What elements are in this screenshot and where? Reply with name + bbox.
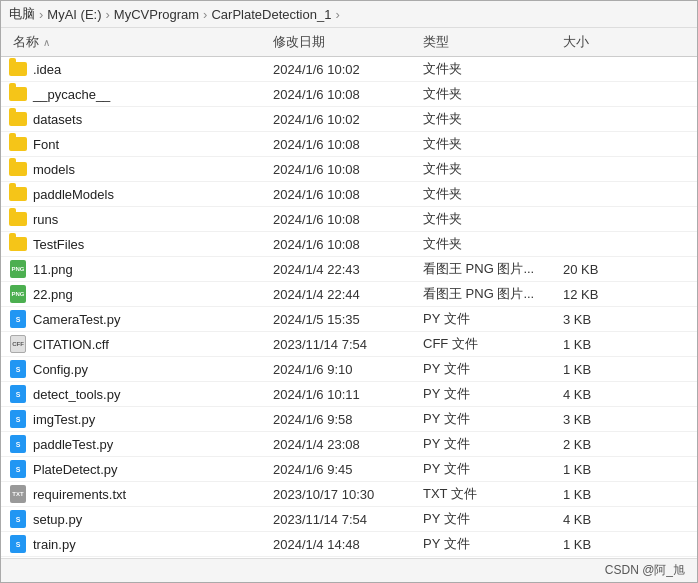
file-name: paddleTest.py <box>33 437 113 452</box>
file-icon-wrapper: S <box>9 510 27 528</box>
file-size <box>559 167 639 171</box>
file-modified: 2024/1/6 10:02 <box>269 60 419 79</box>
file-name: CameraTest.py <box>33 312 120 327</box>
table-row[interactable]: S CameraTest.py 2024/1/5 15:35 PY 文件 3 K… <box>1 307 697 332</box>
file-type: 文件夹 <box>419 233 559 255</box>
file-icon-wrapper <box>9 235 27 253</box>
folder-icon <box>9 187 27 201</box>
folder-icon <box>9 87 27 101</box>
file-modified: 2023/11/14 7:54 <box>269 335 419 354</box>
file-size: 2 KB <box>559 435 639 454</box>
breadcrumb-sep-2: › <box>106 7 110 22</box>
file-modified: 2024/1/6 10:08 <box>269 85 419 104</box>
folder-icon <box>9 212 27 226</box>
file-icon-wrapper: S <box>9 310 27 328</box>
table-row[interactable]: PNG 11.png 2024/1/4 22:43 看图王 PNG 图片... … <box>1 257 697 282</box>
file-icon-wrapper: TXT <box>9 485 27 503</box>
table-row[interactable]: paddleModels 2024/1/6 10:08 文件夹 <box>1 182 697 207</box>
col-type[interactable]: 类型 <box>419 31 559 53</box>
col-size[interactable]: 大小 <box>559 31 639 53</box>
file-size: 1 KB <box>559 335 639 354</box>
table-row[interactable]: S Config.py 2024/1/6 9:10 PY 文件 1 KB <box>1 357 697 382</box>
file-modified: 2024/1/4 22:44 <box>269 285 419 304</box>
folder-icon <box>9 137 27 151</box>
table-row[interactable]: S PlateDetect.py 2024/1/6 9:45 PY 文件 1 K… <box>1 457 697 482</box>
file-list[interactable]: .idea 2024/1/6 10:02 文件夹 __pycache__ 202… <box>1 57 697 558</box>
breadcrumb-mycvprogram[interactable]: MyCVProgram <box>114 7 199 22</box>
file-name: Font <box>33 137 59 152</box>
table-row[interactable]: CFF CITATION.cff 2023/11/14 7:54 CFF 文件 … <box>1 332 697 357</box>
py-icon: S <box>10 385 26 403</box>
table-row[interactable]: Font 2024/1/6 10:08 文件夹 <box>1 132 697 157</box>
table-row[interactable]: S paddleTest.py 2024/1/4 23:08 PY 文件 2 K… <box>1 432 697 457</box>
file-type: 文件夹 <box>419 208 559 230</box>
table-row[interactable]: .idea 2024/1/6 10:02 文件夹 <box>1 57 697 82</box>
table-row[interactable]: S detect_tools.py 2024/1/6 10:11 PY 文件 4… <box>1 382 697 407</box>
png-icon: PNG <box>10 285 26 303</box>
col-modified[interactable]: 修改日期 <box>269 31 419 53</box>
file-modified: 2024/1/4 22:43 <box>269 260 419 279</box>
file-size: 3 KB <box>559 310 639 329</box>
table-row[interactable]: models 2024/1/6 10:08 文件夹 <box>1 157 697 182</box>
table-row[interactable]: S train.py 2024/1/4 14:48 PY 文件 1 KB <box>1 532 697 557</box>
file-type: 看图王 PNG 图片... <box>419 283 559 305</box>
file-size <box>559 217 639 221</box>
file-type: 文件夹 <box>419 83 559 105</box>
file-size <box>559 117 639 121</box>
file-name: setup.py <box>33 512 82 527</box>
py-icon: S <box>10 435 26 453</box>
file-name: runs <box>33 212 58 227</box>
file-modified: 2024/1/6 10:08 <box>269 185 419 204</box>
file-modified: 2024/1/6 10:08 <box>269 160 419 179</box>
breadcrumb-computer[interactable]: 电脑 <box>9 5 35 23</box>
file-size <box>559 192 639 196</box>
breadcrumb-myai[interactable]: MyAI (E:) <box>47 7 101 22</box>
status-bar: CSDN @阿_旭 <box>1 558 697 582</box>
file-name-cell: S setup.py <box>9 508 269 530</box>
table-row[interactable]: TXT requirements.txt 2023/10/17 10:30 TX… <box>1 482 697 507</box>
file-size: 1 KB <box>559 485 639 504</box>
file-icon-wrapper <box>9 185 27 203</box>
table-row[interactable]: S setup.py 2023/11/14 7:54 PY 文件 4 KB <box>1 507 697 532</box>
py-icon: S <box>10 360 26 378</box>
file-type: CFF 文件 <box>419 333 559 355</box>
table-row[interactable]: runs 2024/1/6 10:08 文件夹 <box>1 207 697 232</box>
file-size: 3 KB <box>559 410 639 429</box>
file-modified: 2023/10/17 10:30 <box>269 485 419 504</box>
file-name-cell: datasets <box>9 108 269 130</box>
file-icon-wrapper <box>9 110 27 128</box>
file-icon-wrapper: S <box>9 410 27 428</box>
file-explorer-window: 电脑 › MyAI (E:) › MyCVProgram › CarPlateD… <box>0 0 698 583</box>
table-row[interactable]: datasets 2024/1/6 10:02 文件夹 <box>1 107 697 132</box>
py-icon: S <box>10 535 26 553</box>
file-name: requirements.txt <box>33 487 126 502</box>
table-row[interactable]: __pycache__ 2024/1/6 10:08 文件夹 <box>1 82 697 107</box>
file-name: paddleModels <box>33 187 114 202</box>
file-icon-wrapper: PNG <box>9 260 27 278</box>
file-name: TestFiles <box>33 237 84 252</box>
file-type: PY 文件 <box>419 533 559 555</box>
file-type: PY 文件 <box>419 308 559 330</box>
table-row[interactable]: PNG 22.png 2024/1/4 22:44 看图王 PNG 图片... … <box>1 282 697 307</box>
file-name: 22.png <box>33 287 73 302</box>
breadcrumb[interactable]: 电脑 › MyAI (E:) › MyCVProgram › CarPlateD… <box>1 1 697 28</box>
file-type: PY 文件 <box>419 358 559 380</box>
file-name-cell: CFF CITATION.cff <box>9 333 269 355</box>
file-icon-wrapper: CFF <box>9 335 27 353</box>
file-modified: 2024/1/6 9:45 <box>269 460 419 479</box>
file-name-cell: paddleModels <box>9 183 269 205</box>
breadcrumb-carplate[interactable]: CarPlateDetection_1 <box>211 7 331 22</box>
file-name-cell: models <box>9 158 269 180</box>
file-name-cell: S CameraTest.py <box>9 308 269 330</box>
file-modified: 2024/1/6 9:10 <box>269 360 419 379</box>
file-modified: 2024/1/6 10:08 <box>269 135 419 154</box>
col-name[interactable]: 名称 ∧ <box>9 31 269 53</box>
file-name: .idea <box>33 62 61 77</box>
table-row[interactable]: TestFiles 2024/1/6 10:08 文件夹 <box>1 232 697 257</box>
file-name-cell: S Config.py <box>9 358 269 380</box>
file-size: 20 KB <box>559 260 639 279</box>
file-size <box>559 92 639 96</box>
file-name-cell: S imgTest.py <box>9 408 269 430</box>
table-row[interactable]: S imgTest.py 2024/1/6 9:58 PY 文件 3 KB <box>1 407 697 432</box>
sort-arrow-icon: ∧ <box>43 37 50 48</box>
